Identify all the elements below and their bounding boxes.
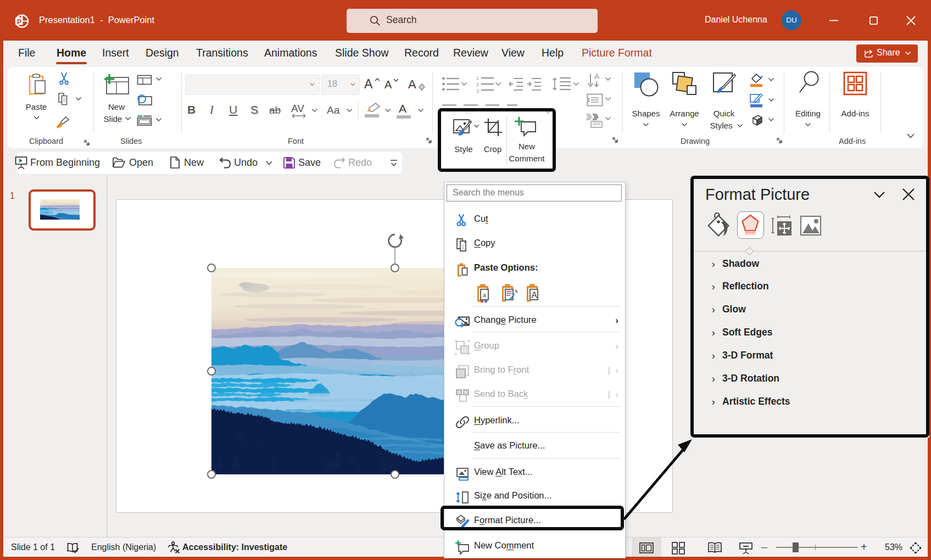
svg-text:A: A <box>531 290 537 300</box>
svg-text:1: 1 <box>476 75 479 81</box>
svg-text:a: a <box>483 290 486 299</box>
svg-text:3: 3 <box>476 88 479 93</box>
svg-text:A: A <box>594 72 600 81</box>
svg-text:P: P <box>17 18 21 26</box>
svg-text:2: 2 <box>476 82 479 87</box>
